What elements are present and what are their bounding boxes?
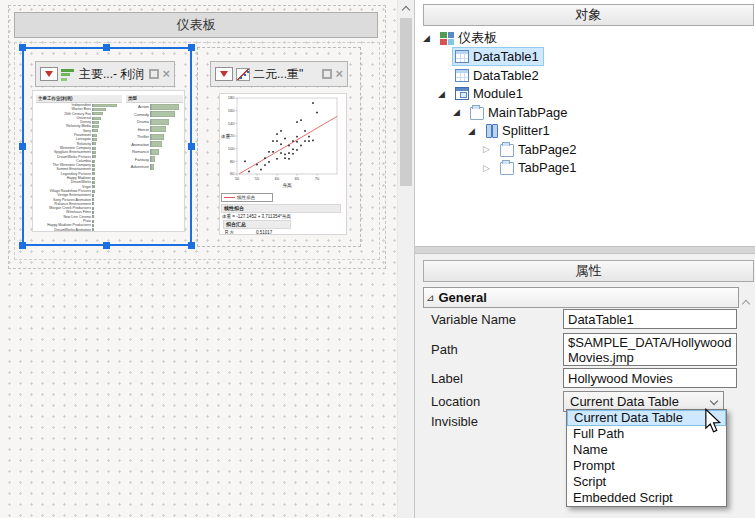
option-full-path[interactable]: Full Path xyxy=(567,426,726,442)
pane-bar-charts[interactable]: 主要...- 利润 × 主要工作室(利润) IndependentWarner … xyxy=(22,47,192,246)
general-section-header[interactable]: ⊿ General xyxy=(423,287,739,308)
close-button[interactable]: × xyxy=(162,69,170,79)
tree-entry[interactable]: 仪表板 xyxy=(437,29,502,49)
section-collapse-chevron[interactable] xyxy=(743,293,749,311)
tree-item-label: Splitter1 xyxy=(502,123,550,138)
panel-divider[interactable] xyxy=(415,246,755,254)
expand-closed-icon[interactable]: ▷ xyxy=(483,144,497,154)
mouse-cursor xyxy=(704,408,722,438)
genre-bars: ActionComedyDramaHorrorThrillerAnimation… xyxy=(126,103,183,171)
resize-handle[interactable] xyxy=(19,242,26,249)
tree-item-仪表板[interactable]: ◢仪表板 xyxy=(419,29,753,48)
genre-bar-chart: 类型 ActionComedyDramaHorrorThrillerAnimat… xyxy=(126,95,183,171)
bar xyxy=(151,119,169,125)
tree-entry[interactable]: TabPage1 xyxy=(497,158,582,177)
tree-entry[interactable]: Splitter1 xyxy=(482,121,555,140)
bar xyxy=(93,198,94,201)
bar xyxy=(93,121,99,124)
expand-open-icon[interactable]: ◢ xyxy=(468,126,482,136)
svg-text:65: 65 xyxy=(295,176,300,181)
tree-item-splitter1[interactable]: ◢Splitter1 xyxy=(419,122,753,141)
bar xyxy=(151,141,162,147)
resize-handle[interactable] xyxy=(19,44,26,51)
resize-handle[interactable] xyxy=(103,242,110,249)
bar-label: Action xyxy=(126,103,150,111)
tree-item-label: TabPage1 xyxy=(518,160,577,175)
option-current-data-table[interactable]: Current Data Table xyxy=(567,410,726,426)
tree-item-maintabpage[interactable]: ◢MainTabPage xyxy=(419,103,753,122)
option-embedded-script[interactable]: Embedded Script xyxy=(567,490,726,506)
tree-item-datatable1[interactable]: DataTable1 xyxy=(419,48,753,67)
dashboard-title-bar: 仪表板 xyxy=(14,12,378,38)
bar xyxy=(151,134,164,140)
tree-item-label: DataTable2 xyxy=(473,68,539,83)
bar xyxy=(93,220,94,223)
expand-open-icon[interactable]: ◢ xyxy=(453,107,467,117)
path-label: Path xyxy=(431,342,458,357)
bar xyxy=(93,138,97,141)
bar xyxy=(93,134,97,137)
option-name[interactable]: Name xyxy=(567,442,726,458)
tree-entry[interactable]: DataTable2 xyxy=(452,66,544,85)
general-section-title: General xyxy=(438,290,486,305)
tab-icon xyxy=(500,144,514,157)
svg-text:180: 180 xyxy=(228,95,235,100)
tree-item-label: 仪表板 xyxy=(458,29,497,47)
bar xyxy=(93,185,95,188)
location-dropdown-list: Current Data TableFull PathNamePromptScr… xyxy=(566,409,727,507)
scrollbar-up-button[interactable] xyxy=(398,0,414,16)
scatter-plot: 60801001201401601805055606570体重身高 xyxy=(220,94,347,192)
svg-text:55: 55 xyxy=(255,176,260,181)
close-button[interactable]: × xyxy=(335,69,343,79)
svg-text:身高: 身高 xyxy=(283,183,293,188)
tree-item-label: TabPage2 xyxy=(518,142,577,157)
bar xyxy=(151,104,179,110)
bar xyxy=(93,215,94,218)
tree-entry[interactable]: MainTabPage xyxy=(467,103,573,122)
bar-row: Adventure xyxy=(126,163,183,171)
tree-item-datatable2[interactable]: DataTable2 xyxy=(419,66,753,85)
tree-entry[interactable]: TabPage2 xyxy=(497,140,582,159)
tree-item-module1[interactable]: ◢Module1 xyxy=(419,85,753,104)
lead-studio-chart-title: 主要工作室(利润) xyxy=(36,95,122,103)
bar xyxy=(93,177,95,180)
bar xyxy=(93,207,94,210)
module-icon xyxy=(455,87,469,100)
expand-open-icon[interactable]: ◢ xyxy=(438,89,452,99)
tree-item-tabpage2[interactable]: ▷TabPage2 xyxy=(419,140,753,159)
tree-entry[interactable]: Module1 xyxy=(452,84,528,103)
invisible-label: Invisible xyxy=(431,414,478,429)
dashboard-canvas[interactable]: 仪表板 主要...- 利润 × 主要工作室(利润) In xyxy=(0,0,397,518)
canvas-scrollbar[interactable] xyxy=(397,0,413,518)
variable-name-input[interactable] xyxy=(563,309,737,329)
svg-text:60: 60 xyxy=(275,176,280,181)
resize-handle[interactable] xyxy=(188,242,195,249)
scrollbar-thumb[interactable] xyxy=(400,18,412,186)
bar-label: Comedy xyxy=(126,111,150,119)
r-square-label: R 方 xyxy=(225,230,234,235)
option-script[interactable]: Script xyxy=(567,474,726,490)
maximize-button[interactable] xyxy=(149,69,159,79)
expand-open-icon[interactable]: ◢ xyxy=(423,33,437,43)
resize-handle[interactable] xyxy=(103,44,110,51)
bar-label: Animation xyxy=(126,141,150,149)
expand-closed-icon[interactable]: ▷ xyxy=(483,163,497,173)
tree-selection[interactable]: DataTable1 xyxy=(452,47,544,66)
dashboard-title: 仪表板 xyxy=(177,16,216,34)
label-input[interactable] xyxy=(563,368,737,388)
resize-handle[interactable] xyxy=(19,143,26,150)
pane-bivariate-fit[interactable]: 二元...重" × 60801001201401601805055606570体… xyxy=(197,47,361,247)
bar xyxy=(151,111,175,117)
red-triangle-menu-button[interactable] xyxy=(40,67,58,81)
linear-fit-header: 线性拟合 xyxy=(221,204,341,213)
table-icon xyxy=(455,69,469,82)
tree-item-tabpage1[interactable]: ▷TabPage1 xyxy=(419,159,753,178)
pane2-title: 二元...重" xyxy=(253,66,319,83)
resize-handle[interactable] xyxy=(188,143,195,150)
resize-handle[interactable] xyxy=(188,44,195,51)
path-input[interactable]: $SAMPLE_DATA/Hollywood Movies.jmp xyxy=(563,333,737,366)
maximize-button[interactable] xyxy=(322,69,332,79)
red-triangle-menu-button[interactable] xyxy=(215,67,233,81)
jmp-dashboard-builder-window: 仪表板 主要...- 利润 × 主要工作室(利润) In xyxy=(0,0,755,518)
option-prompt[interactable]: Prompt xyxy=(567,458,726,474)
